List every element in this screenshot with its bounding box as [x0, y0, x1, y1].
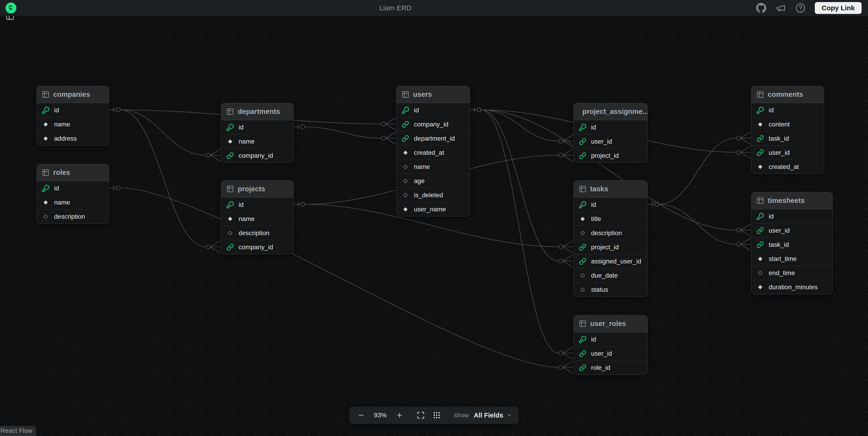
- table-header-timesheets[interactable]: timesheets: [751, 192, 832, 209]
- github-button[interactable]: [756, 3, 766, 13]
- column-row-comments-task_id[interactable]: task_id: [751, 131, 824, 146]
- cardinality-zero-circle: [736, 228, 740, 232]
- column-row-timesheets-user_id[interactable]: user_id: [751, 223, 832, 238]
- erd-table-companies[interactable]: companiesidnameaddress: [36, 86, 109, 146]
- cardinality-zero-circle: [301, 202, 305, 206]
- primary-key-icon: [579, 201, 587, 209]
- tidy-up-button[interactable]: [431, 410, 442, 421]
- column-row-users-company_id[interactable]: company_id: [397, 117, 470, 131]
- table-header-project_assignments[interactable]: project_assignme...: [574, 103, 647, 120]
- column-row-user_roles-role_id[interactable]: role_id: [574, 361, 647, 375]
- cardinality-zero-circle: [116, 186, 120, 190]
- copy-link-button[interactable]: Copy Link: [815, 2, 862, 14]
- column-row-companies-id[interactable]: id: [37, 103, 109, 117]
- table-header-departments[interactable]: departments: [221, 103, 293, 120]
- column-row-comments-id[interactable]: id: [751, 103, 824, 117]
- erd-table-projects[interactable]: projectsidnamedescriptioncompany_id: [221, 180, 293, 254]
- column-row-companies-address[interactable]: address: [37, 131, 109, 146]
- column-row-comments-created_at[interactable]: created_at: [751, 160, 824, 174]
- liam-logo[interactable]: [5, 2, 17, 13]
- erd-table-project_assignments[interactable]: project_assignme...iduser_idproject_id: [574, 103, 648, 163]
- table-header-tasks[interactable]: tasks: [574, 181, 647, 197]
- column-row-roles-description[interactable]: description: [37, 209, 109, 223]
- erd-table-roles[interactable]: rolesidnamedescription: [36, 164, 109, 224]
- column-row-tasks-title[interactable]: title: [574, 212, 647, 226]
- column-row-companies-name[interactable]: name: [37, 117, 109, 131]
- column-row-project_assignments-project_id[interactable]: project_id: [574, 148, 647, 162]
- table-icon: [579, 185, 587, 193]
- primary-key-icon: [226, 201, 234, 209]
- crows-foot-many-marker: [385, 118, 396, 130]
- cardinality-zero-circle: [301, 202, 305, 206]
- column-row-tasks-id[interactable]: id: [574, 197, 647, 212]
- table-name: companies: [53, 90, 90, 99]
- column-row-projects-name[interactable]: name: [221, 212, 293, 226]
- cardinality-zero-circle: [559, 259, 563, 263]
- erd-table-user_roles[interactable]: user_rolesiduser_idrole_id: [574, 315, 648, 375]
- column-row-users-id[interactable]: id: [397, 103, 470, 117]
- column-name: task_id: [769, 135, 789, 142]
- column-row-tasks-status[interactable]: status: [574, 282, 647, 297]
- column-row-departments-name[interactable]: name: [221, 134, 293, 148]
- column-row-timesheets-duration_minutes[interactable]: duration_minutes: [751, 280, 832, 294]
- column-row-users-is_deleted[interactable]: is_deleted: [397, 188, 470, 202]
- column-row-users-department_id[interactable]: department_id: [397, 131, 470, 146]
- foreign-key-icon: [579, 152, 586, 159]
- column-row-timesheets-task_id[interactable]: task_id: [751, 238, 832, 252]
- column-row-users-age[interactable]: age: [397, 174, 470, 188]
- erd-table-departments[interactable]: departmentsidnamecompany_id: [221, 103, 293, 163]
- column-row-timesheets-id[interactable]: id: [751, 209, 832, 223]
- column-row-project_assignments-id[interactable]: id: [574, 120, 647, 134]
- column-row-roles-name[interactable]: name: [37, 195, 109, 209]
- column-row-tasks-due_date[interactable]: due_date: [574, 268, 647, 282]
- column-row-timesheets-start_time[interactable]: start_time: [751, 252, 832, 266]
- chevron-down-icon: [506, 412, 512, 418]
- column-row-projects-id[interactable]: id: [221, 197, 293, 212]
- column-name: id: [591, 336, 596, 343]
- table-header-users[interactable]: users: [397, 86, 470, 103]
- help-button[interactable]: [795, 3, 806, 13]
- crows-foot-many-marker: [210, 149, 221, 161]
- column-row-timesheets-end_time[interactable]: end_time: [751, 266, 832, 280]
- column-row-roles-id[interactable]: id: [37, 181, 109, 195]
- zoom-out-button[interactable]: [356, 410, 367, 421]
- table-header-roles[interactable]: roles: [37, 164, 109, 181]
- erd-table-comments[interactable]: commentsidcontenttask_iduser_idcreated_a…: [751, 86, 824, 174]
- cardinality-zero-circle: [477, 108, 481, 112]
- column-row-users-name[interactable]: name: [397, 160, 470, 174]
- column-row-comments-user_id[interactable]: user_id: [751, 146, 824, 160]
- column-row-projects-description[interactable]: description: [221, 226, 293, 240]
- column-name: user_id: [591, 350, 612, 357]
- react-flow-attribution[interactable]: React Flow: [0, 426, 36, 436]
- column-row-tasks-assigned_user_id[interactable]: assigned_user_id: [574, 254, 647, 268]
- erd-table-tasks[interactable]: tasksidtitledescriptionproject_idassigne…: [574, 180, 648, 297]
- table-header-companies[interactable]: companies: [37, 86, 109, 103]
- cardinality-zero-circle: [477, 108, 481, 112]
- relationship-edge-users.id-to-user_roles.user_id: [470, 107, 573, 359]
- column-row-tasks-description[interactable]: description: [574, 226, 647, 240]
- erd-table-users[interactable]: usersidcompany_iddepartment_idcreated_at…: [396, 86, 470, 216]
- announcements-button[interactable]: [776, 3, 786, 13]
- column-row-users-user_name[interactable]: user_name: [397, 202, 470, 216]
- erd-table-timesheets[interactable]: timesheetsiduser_idtask_idstart_timeend_…: [751, 192, 833, 294]
- fields-filter-dropdown[interactable]: All Fields: [474, 412, 512, 419]
- crows-foot-many-marker: [563, 241, 573, 253]
- column-row-comments-content[interactable]: content: [751, 117, 824, 131]
- column-row-departments-company_id[interactable]: company_id: [221, 148, 293, 162]
- column-row-user_roles-user_id[interactable]: user_id: [574, 346, 647, 361]
- erd-canvas[interactable]: companiesidnameaddressrolesidnamedescrip…: [0, 16, 868, 436]
- table-header-projects[interactable]: projects: [221, 181, 293, 197]
- column-row-departments-id[interactable]: id: [221, 120, 293, 134]
- column-row-user_roles-id[interactable]: id: [574, 332, 647, 346]
- column-row-projects-company_id[interactable]: company_id: [221, 240, 293, 254]
- table-header-comments[interactable]: comments: [751, 86, 824, 103]
- column-row-users-created_at[interactable]: created_at: [397, 146, 470, 160]
- table-header-user_roles[interactable]: user_roles: [574, 315, 647, 332]
- cardinality-zero-circle: [559, 351, 563, 355]
- column-name: end_time: [769, 269, 795, 277]
- foreign-key-icon: [402, 135, 409, 142]
- fit-view-button[interactable]: [415, 410, 426, 421]
- column-row-tasks-project_id[interactable]: project_id: [574, 240, 647, 254]
- zoom-in-button[interactable]: [394, 410, 405, 421]
- column-row-project_assignments-user_id[interactable]: user_id: [574, 134, 647, 148]
